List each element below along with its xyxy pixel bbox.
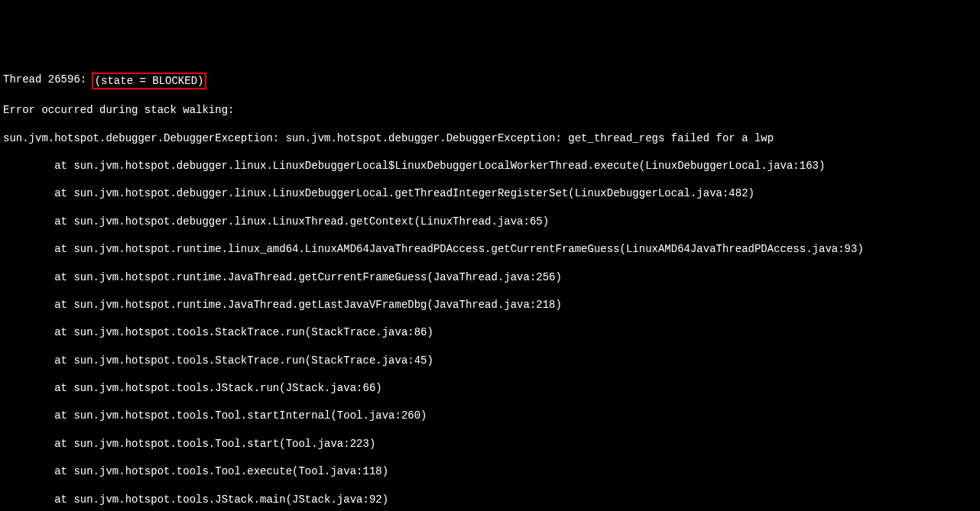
- stack-frame: at sun.jvm.hotspot.debugger.linux.LinuxT…: [3, 215, 977, 228]
- thread-header-1: Thread 26596: (state = BLOCKED): [3, 73, 977, 89]
- stack-frame: at sun.jvm.hotspot.tools.Tool.start(Tool…: [3, 437, 977, 451]
- stack-frame: at sun.jvm.hotspot.tools.Tool.startInter…: [3, 409, 977, 422]
- stack-frame: at sun.jvm.hotspot.runtime.JavaThread.ge…: [3, 298, 977, 312]
- thread-state-highlight-1: (state = BLOCKED): [92, 73, 207, 89]
- stack-frame: at sun.jvm.hotspot.tools.JStack.run(JSta…: [3, 381, 977, 395]
- terminal-output: Thread 26596: (state = BLOCKED) Error oc…: [3, 59, 977, 511]
- stack-frame: at sun.jvm.hotspot.runtime.linux_amd64.L…: [3, 242, 977, 256]
- stack-frame: at sun.jvm.hotspot.debugger.linux.LinuxD…: [3, 186, 977, 200]
- thread-id-1: Thread 26596:: [3, 73, 93, 86]
- exception-line-1: sun.jvm.hotspot.debugger.DebuggerExcepti…: [3, 131, 977, 145]
- stack-frame: at sun.jvm.hotspot.tools.StackTrace.run(…: [3, 354, 977, 367]
- error-message-1: Error occurred during stack walking:: [3, 103, 977, 117]
- stack-frame: at sun.jvm.hotspot.tools.StackTrace.run(…: [3, 325, 977, 339]
- stack-frame: at sun.jvm.hotspot.tools.Tool.execute(To…: [3, 464, 977, 478]
- stack-frame: at sun.jvm.hotspot.debugger.linux.LinuxD…: [3, 159, 977, 173]
- stack-frame: at sun.jvm.hotspot.runtime.JavaThread.ge…: [3, 270, 977, 284]
- stack-frame: at sun.jvm.hotspot.tools.JStack.main(JSt…: [3, 493, 977, 506]
